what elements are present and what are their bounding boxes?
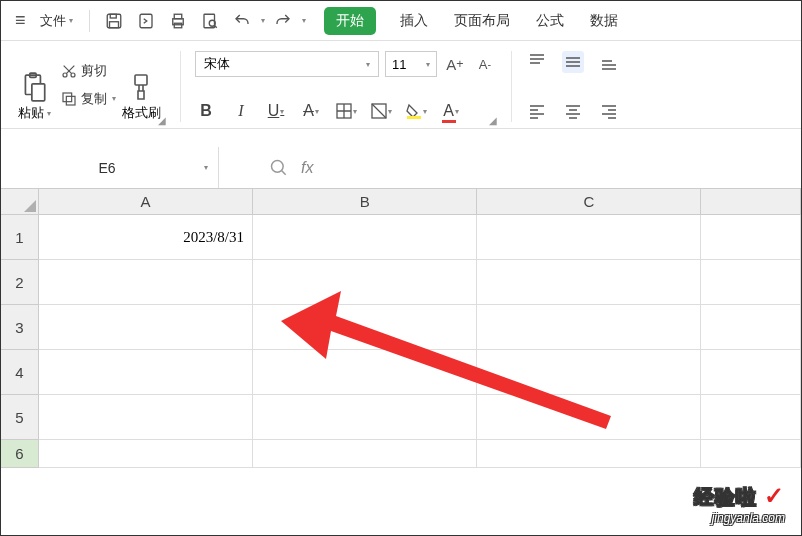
format-painter-button[interactable]: 格式刷 <box>116 47 166 122</box>
row-header-3[interactable]: 3 <box>1 305 39 350</box>
select-all-corner[interactable] <box>1 189 39 215</box>
cell-D5[interactable] <box>701 395 801 440</box>
cell-D3[interactable] <box>701 305 801 350</box>
check-icon: ✓ <box>764 482 785 509</box>
cell-A4[interactable] <box>39 350 253 395</box>
svg-rect-2 <box>109 21 118 27</box>
chevron-down-icon: ▾ <box>366 60 370 69</box>
svg-rect-16 <box>135 75 147 85</box>
preview-icon[interactable] <box>196 7 224 35</box>
cell-B4[interactable] <box>253 350 477 395</box>
print-icon[interactable] <box>164 7 192 35</box>
cell-A3[interactable] <box>39 305 253 350</box>
fill-color-button[interactable]: ▾ <box>405 100 427 122</box>
row-header-5[interactable]: 5 <box>1 395 39 440</box>
col-header-C[interactable]: C <box>477 189 701 215</box>
tab-start[interactable]: 开始 <box>324 7 376 35</box>
svg-point-20 <box>272 160 284 172</box>
align-bottom-button[interactable] <box>598 51 620 73</box>
align-right-button[interactable] <box>598 100 620 122</box>
font-color-button[interactable]: A▾ <box>440 100 462 122</box>
divider <box>89 10 90 32</box>
cell-A1[interactable]: 2023/8/31 <box>39 215 253 260</box>
align-center-button[interactable] <box>562 100 584 122</box>
svg-rect-15 <box>66 96 75 105</box>
cell-B5[interactable] <box>253 395 477 440</box>
font-family-value: 宋体 <box>204 55 230 73</box>
divider <box>180 51 181 122</box>
save-icon[interactable] <box>100 7 128 35</box>
redo-dropdown-icon[interactable]: ▾ <box>302 16 306 25</box>
cell-B6[interactable] <box>253 440 477 468</box>
row-header-6[interactable]: 6 <box>1 440 39 468</box>
file-menu-label: 文件 <box>40 12 66 30</box>
col-header-extra[interactable] <box>701 189 801 215</box>
cell-C1[interactable] <box>477 215 701 260</box>
row-header-2[interactable]: 2 <box>1 260 39 305</box>
menu-hamburger-icon[interactable]: ≡ <box>11 10 30 31</box>
align-left-button[interactable] <box>526 100 548 122</box>
svg-rect-14 <box>63 93 72 102</box>
cell-A5[interactable] <box>39 395 253 440</box>
row-header-1[interactable]: 1 <box>1 215 39 260</box>
decrease-font-icon[interactable]: A- <box>473 52 497 76</box>
redo-icon[interactable] <box>269 7 297 35</box>
cell-C2[interactable] <box>477 260 701 305</box>
underline-button[interactable]: U▾ <box>265 100 287 122</box>
cell-C5[interactable] <box>477 395 701 440</box>
cell-C6[interactable] <box>477 440 701 468</box>
align-top-button[interactable] <box>526 51 548 73</box>
chevron-down-icon: ▾ <box>69 16 73 25</box>
tab-data[interactable]: 数据 <box>588 6 620 36</box>
watermark: 经验啦 ✓ jingyanla.com <box>694 482 785 525</box>
cell-B1[interactable] <box>253 215 477 260</box>
italic-button[interactable]: I <box>230 100 252 122</box>
col-header-A[interactable]: A <box>39 189 253 215</box>
tab-formula[interactable]: 公式 <box>534 6 566 36</box>
copy-button[interactable]: 复制 ▾ <box>61 90 116 108</box>
chevron-down-icon: ▾ <box>204 163 208 172</box>
cell-D2[interactable] <box>701 260 801 305</box>
tab-insert[interactable]: 插入 <box>398 6 430 36</box>
cell-A6[interactable] <box>39 440 253 468</box>
tab-page-layout[interactable]: 页面布局 <box>452 6 512 36</box>
chevron-down-icon: ▾ <box>47 109 51 118</box>
row-header-4[interactable]: 4 <box>1 350 39 395</box>
group-launcher-icon[interactable]: ◢ <box>158 115 166 126</box>
undo-icon[interactable] <box>228 7 256 35</box>
col-header-B[interactable]: B <box>253 189 477 215</box>
cell-D6[interactable] <box>701 440 801 468</box>
cell-A2[interactable] <box>39 260 253 305</box>
cell-C3[interactable] <box>477 305 701 350</box>
font-family-select[interactable]: 宋体 ▾ <box>195 51 379 77</box>
watermark-text: 经验啦 <box>694 486 757 508</box>
fx-icon[interactable]: fx <box>301 159 313 177</box>
watermark-url: jingyanla.com <box>694 511 785 525</box>
search-icon[interactable] <box>269 158 289 178</box>
increase-font-icon[interactable]: A+ <box>443 52 467 76</box>
name-box-value: E6 <box>11 160 203 176</box>
export-icon[interactable] <box>132 7 160 35</box>
divider <box>511 51 512 122</box>
strikethrough-button[interactable]: A▾ <box>300 100 322 122</box>
border-button[interactable]: ▾ <box>335 100 357 122</box>
cell-B2[interactable] <box>253 260 477 305</box>
copy-label: 复制 <box>81 90 107 108</box>
spreadsheet: A B C 1 2023/8/31 2 3 4 5 6 <box>1 189 801 468</box>
cell-D1[interactable] <box>701 215 801 260</box>
cell-style-button[interactable]: ▾ <box>370 100 392 122</box>
cell-C4[interactable] <box>477 350 701 395</box>
bold-button[interactable]: B <box>195 100 217 122</box>
font-size-select[interactable]: 11 ▾ <box>385 51 437 77</box>
chevron-down-icon: ▾ <box>426 60 430 69</box>
cell-B3[interactable] <box>253 305 477 350</box>
cut-button[interactable]: 剪切 <box>61 62 116 80</box>
file-menu[interactable]: 文件 ▾ <box>34 12 79 30</box>
paste-button[interactable]: 粘贴▾ <box>11 47 57 122</box>
undo-dropdown-icon[interactable]: ▾ <box>261 16 265 25</box>
group-launcher-icon[interactable]: ◢ <box>489 115 497 126</box>
svg-rect-11 <box>32 84 45 101</box>
align-middle-button[interactable] <box>562 51 584 73</box>
cell-D4[interactable] <box>701 350 801 395</box>
name-box[interactable]: E6 ▾ <box>1 147 219 188</box>
